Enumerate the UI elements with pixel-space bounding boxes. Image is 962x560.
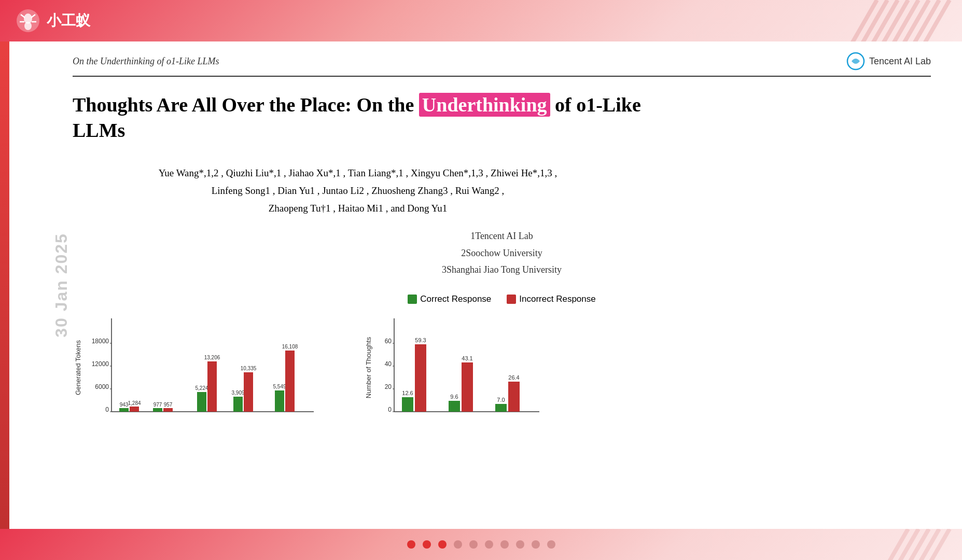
- bar-g2-incorrect: [163, 408, 173, 412]
- legend-incorrect: Incorrect Response: [507, 294, 595, 304]
- bottom-right-decoration: [806, 529, 962, 560]
- chart1-container: Generated Tokens 0 6000 12000 18000: [73, 311, 322, 427]
- svg-text:7.0: 7.0: [497, 397, 505, 403]
- affiliations: 1Tencent AI Lab 2Soochow University 3Sha…: [73, 228, 931, 278]
- svg-text:957: 957: [164, 402, 173, 408]
- tencent-logo-area: Tencent AI Lab: [846, 52, 931, 71]
- nav-dot-6[interactable]: [485, 540, 493, 549]
- paper-area: On the Underthinking of o1-Like LLMs Ten…: [62, 41, 962, 529]
- chart1-svg: Generated Tokens 0 6000 12000 18000: [73, 311, 322, 425]
- chart2-container: Number of Thoughts 0 20 40 60: [363, 311, 545, 427]
- svg-point-2: [24, 22, 32, 30]
- title-highlight: Underthinking: [419, 93, 550, 117]
- nav-dot-4[interactable]: [454, 540, 462, 549]
- top-bar: 小工蚁: [0, 0, 962, 41]
- logo-text: 小工蚁: [47, 11, 90, 31]
- svg-text:10,335: 10,335: [241, 366, 257, 371]
- legend-correct-label: Correct Response: [420, 294, 491, 304]
- charts-row: Generated Tokens 0 6000 12000 18000: [73, 311, 931, 427]
- svg-text:5,549: 5,549: [273, 384, 286, 389]
- logo-area: 小工蚁: [16, 8, 90, 33]
- svg-text:40: 40: [385, 360, 392, 368]
- svg-text:13,206: 13,206: [204, 355, 220, 360]
- svg-text:1,284: 1,284: [128, 400, 141, 406]
- svg-text:0: 0: [388, 406, 392, 413]
- legend-correct: Correct Response: [408, 294, 491, 304]
- svg-text:6000: 6000: [95, 383, 109, 390]
- chart2-g2-incorrect: [462, 362, 473, 412]
- svg-text:0: 0: [105, 406, 109, 413]
- nav-dot-2[interactable]: [423, 540, 431, 549]
- svg-text:3,909: 3,909: [231, 390, 244, 396]
- bar-g1-correct: [119, 408, 129, 412]
- paper-title: Thoughts Are All Over the Place: On the …: [73, 92, 643, 144]
- svg-text:12000: 12000: [92, 360, 109, 368]
- authors-line2: Linfeng Song1 , Dian Yu1 , Juntao Li2 , …: [73, 182, 643, 200]
- svg-text:943: 943: [120, 402, 129, 408]
- chart2-g3-correct: [495, 404, 507, 412]
- svg-text:26.4: 26.4: [508, 374, 519, 381]
- bar-g1-incorrect: [130, 407, 139, 412]
- top-right-decoration: [755, 0, 962, 41]
- affil2: 2Soochow University: [73, 245, 931, 261]
- chart2-g1-incorrect: [415, 344, 426, 412]
- charts-wrapper: Correct Response Incorrect Response Gene…: [73, 294, 931, 427]
- svg-text:59.3: 59.3: [415, 337, 426, 343]
- bar-g2-correct: [153, 408, 162, 412]
- authors-line1: Yue Wang*,1,2 , Qiuzhi Liu*,1 , Jiahao X…: [73, 164, 643, 182]
- nav-dot-1[interactable]: [407, 540, 415, 549]
- paper-header: On the Underthinking of o1-Like LLMs Ten…: [73, 52, 931, 77]
- svg-text:12.6: 12.6: [402, 390, 413, 396]
- svg-text:Generated Tokens: Generated Tokens: [74, 340, 82, 395]
- main-content: 30 Jan 2025 On the Underthinking of o1-L…: [0, 41, 962, 529]
- chart2-g2-correct: [449, 401, 460, 412]
- bar-g4-correct: [233, 397, 243, 412]
- affil3: 3Shanghai Jiao Tong University: [73, 261, 931, 278]
- bar-g4-incorrect: [244, 372, 253, 412]
- bar-g5-incorrect: [285, 351, 295, 412]
- bar-g5-correct: [275, 390, 284, 412]
- legend-correct-color: [408, 295, 417, 304]
- authors-line3: Zhaopeng Tu†1 , Haitao Mi1 , and Dong Yu…: [73, 200, 643, 217]
- svg-text:9.6: 9.6: [450, 394, 458, 400]
- svg-text:43.1: 43.1: [462, 355, 472, 361]
- authors: Yue Wang*,1,2 , Qiuzhi Liu*,1 , Jiahao X…: [73, 164, 643, 218]
- chart-legend: Correct Response Incorrect Response: [73, 294, 931, 304]
- chart2-g1-correct: [402, 397, 413, 412]
- tencent-icon: [846, 52, 865, 71]
- tencent-label: Tencent AI Lab: [869, 56, 931, 67]
- nav-dot-9[interactable]: [532, 540, 540, 549]
- chart2-svg: Number of Thoughts 0 20 40 60: [363, 311, 545, 425]
- svg-text:Number of Thoughts: Number of Thoughts: [365, 337, 372, 398]
- paper-header-title: On the Underthinking of o1-Like LLMs: [73, 56, 219, 67]
- nav-dot-5[interactable]: [469, 540, 478, 549]
- logo-icon: [16, 8, 40, 33]
- nav-dot-7[interactable]: [500, 540, 509, 549]
- title-part1: Thoughts Are All Over the Place: On the: [73, 94, 419, 116]
- nav-dot-10[interactable]: [547, 540, 555, 549]
- bottom-nav: [0, 529, 962, 560]
- svg-text:977: 977: [154, 402, 162, 408]
- nav-dot-8[interactable]: [516, 540, 524, 549]
- left-accent: [0, 41, 9, 529]
- chart2-g3-incorrect: [508, 382, 520, 412]
- nav-dot-3[interactable]: [438, 540, 447, 549]
- svg-text:5,224: 5,224: [195, 385, 208, 391]
- svg-text:18000: 18000: [92, 338, 109, 345]
- legend-incorrect-label: Incorrect Response: [519, 294, 595, 304]
- svg-text:20: 20: [385, 383, 392, 390]
- svg-text:16,108: 16,108: [282, 344, 298, 349]
- bar-g3-incorrect: [207, 361, 217, 412]
- legend-incorrect-color: [507, 295, 516, 304]
- bar-g3-correct: [197, 392, 206, 412]
- svg-text:60: 60: [385, 338, 392, 345]
- affil1: 1Tencent AI Lab: [73, 228, 931, 244]
